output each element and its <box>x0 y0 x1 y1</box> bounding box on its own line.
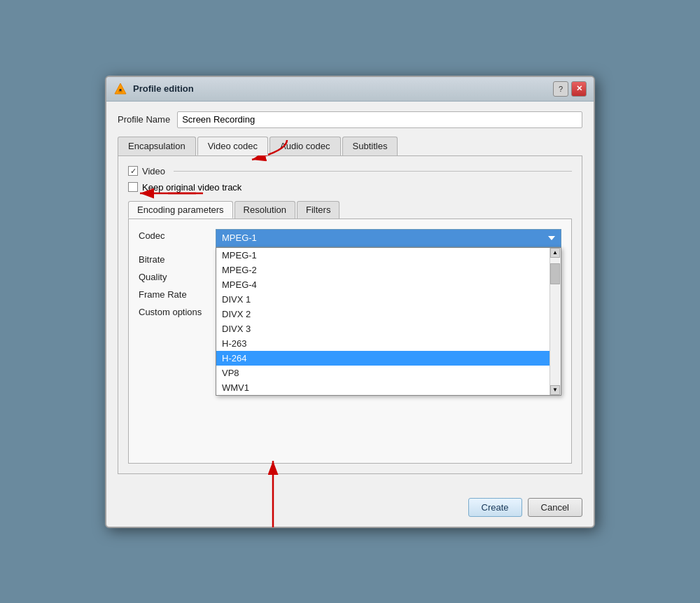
codec-dropdown-list: MPEG-1 MPEG-2 MPEG-4 DIVX 1 DIVX 2 DIVX … <box>216 247 561 396</box>
vlc-icon <box>113 82 127 96</box>
video-checkbox-row: Video <box>128 166 572 176</box>
codec-label: Codec <box>139 229 209 241</box>
scrollbar-thumb[interactable] <box>550 263 560 284</box>
codec-option-h263[interactable]: H-263 <box>216 336 550 351</box>
video-codec-tab-content: Video Keep original video track Encoding… <box>118 156 582 474</box>
tab-video-codec[interactable]: Video codec <box>197 137 268 155</box>
cancel-button[interactable]: Cancel <box>528 498 582 517</box>
dialog-body: Profile Name Encapsulation Video codec A… <box>106 102 594 491</box>
video-checkbox[interactable] <box>128 166 138 176</box>
close-button[interactable]: ✕ <box>571 81 587 97</box>
dialog-wrapper: Profile edition ? ✕ Profile Name Encapsu… <box>105 76 595 528</box>
inner-tab-resolution[interactable]: Resolution <box>234 201 295 219</box>
codec-select-container: MPEG-1 MPEG-1 MPEG-2 MPEG-4 DIVX 1 DIVX <box>216 229 561 247</box>
help-button[interactable]: ? <box>553 81 568 97</box>
main-tabs-row: Encapsulation Video codec Audio codec Su… <box>118 137 582 156</box>
frame-rate-label: Frame Rate <box>139 288 209 300</box>
quality-label: Quality <box>139 270 209 282</box>
codec-option-divx1[interactable]: DIVX 1 <box>216 292 550 307</box>
inner-tab-encoding[interactable]: Encoding parameters <box>128 201 233 219</box>
codec-option-wmv1[interactable]: WMV1 <box>216 380 550 395</box>
codec-option-divx3[interactable]: DIVX 3 <box>216 321 550 336</box>
inner-tab-filters[interactable]: Filters <box>297 201 340 219</box>
profile-name-row: Profile Name <box>118 111 582 128</box>
codec-option-mpeg2[interactable]: MPEG-2 <box>216 263 550 277</box>
tab-encapsulation[interactable]: Encapsulation <box>118 137 196 155</box>
inner-tabs-row: Encoding parameters Resolution Filters <box>128 201 572 219</box>
codec-option-divx2[interactable]: DIVX 2 <box>216 307 550 321</box>
scrollbar-up-arrow[interactable]: ▲ <box>550 248 560 258</box>
svg-rect-2 <box>120 89 122 91</box>
codec-option-vp8[interactable]: VP8 <box>216 366 550 380</box>
title-bar-left: Profile edition <box>113 82 194 96</box>
codec-dropdown-header[interactable]: MPEG-1 <box>216 229 561 247</box>
keep-original-checkbox[interactable] <box>128 182 138 192</box>
title-bar-buttons: ? ✕ <box>553 81 587 97</box>
codec-field: MPEG-1 MPEG-1 MPEG-2 MPEG-4 DIVX 1 DIVX <box>216 229 561 247</box>
codec-selected-value: MPEG-1 <box>222 233 257 243</box>
scrollbar-down-arrow[interactable]: ▼ <box>550 385 560 395</box>
custom-options-label: Custom options <box>139 305 209 317</box>
keep-original-label: Keep original video track <box>142 182 241 193</box>
codec-dropdown-arrow-icon <box>548 236 555 240</box>
window-title: Profile edition <box>133 83 194 94</box>
video-divider <box>174 171 572 172</box>
bitrate-label: Bitrate <box>139 253 209 265</box>
profile-name-label: Profile Name <box>118 114 170 125</box>
tab-subtitles[interactable]: Subtitles <box>342 137 398 155</box>
create-button[interactable]: Create <box>468 498 522 517</box>
codec-option-h264[interactable]: H-264 <box>216 351 550 366</box>
dropdown-scrollbar[interactable]: ▲ ▼ <box>550 248 561 395</box>
profile-name-input[interactable] <box>177 111 582 128</box>
encoding-tab-content: Codec MPEG-1 MPEG-1 <box>128 219 572 464</box>
codec-option-mpeg1[interactable]: MPEG-1 <box>216 248 550 263</box>
profile-edition-dialog: Profile edition ? ✕ Profile Name Encapsu… <box>105 76 595 528</box>
keep-original-row: Keep original video track <box>128 182 572 193</box>
video-label: Video <box>142 166 165 176</box>
codec-option-mpeg4[interactable]: MPEG-4 <box>216 277 550 292</box>
codec-row: Codec MPEG-1 MPEG-1 <box>139 229 561 247</box>
dialog-footer: Create Cancel <box>106 491 594 527</box>
title-bar: Profile edition ? ✕ <box>106 77 594 102</box>
tab-audio-codec[interactable]: Audio codec <box>270 137 341 155</box>
